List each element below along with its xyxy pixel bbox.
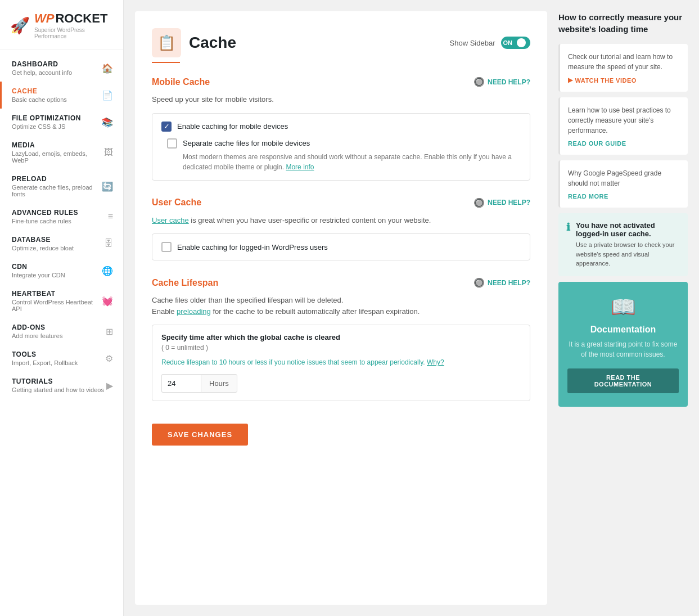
page-header: 📋 Cache Show Sidebar ON <box>152 28 530 57</box>
mobile-cache-option-card: ✓ Enable caching for mobile devices Sepa… <box>152 113 530 181</box>
right-sidebar: How to correctly measure your website's … <box>558 11 688 605</box>
nav-item-title-tools: TOOLS <box>12 350 78 358</box>
nav-item-sub-database: Optimize, reduce bloat <box>12 245 74 251</box>
sidebar-toggle[interactable]: ON <box>501 37 531 49</box>
lifespan-inputs: Hours <box>161 374 521 393</box>
sidebar-item-cdn[interactable]: CDN Integrate your CDN 🌐 <box>0 257 123 284</box>
read-more-link[interactable]: READ MORE <box>568 193 680 200</box>
page-header-left: 📋 Cache <box>152 28 236 57</box>
info-icon: ℹ <box>566 221 570 233</box>
play-icon: ▶ <box>568 77 573 84</box>
watch-video-label: WATCH THE VIDEO <box>575 77 637 84</box>
tip-text-1: Check our tutorial and learn how to meas… <box>568 52 680 72</box>
watch-video-link[interactable]: ▶ WATCH THE VIDEO <box>568 77 680 84</box>
user-cache-option-row: Enable caching for logged-in WordPress u… <box>161 242 521 252</box>
sidebar-item-dashboard[interactable]: DASHBOARD Get help, account info 🏠 <box>0 55 123 82</box>
sidebar-item-database[interactable]: DATABASE Optimize, reduce bloat 🗄 <box>0 230 123 257</box>
nav-item-title-dashboard: DASHBOARD <box>12 60 72 68</box>
sidebar-item-heartbeat[interactable]: HEARTBEAT Control WordPress Heartbeat AP… <box>0 284 123 318</box>
nav-item-sub-add-ons: Add more features <box>12 332 63 339</box>
sidebar-item-advanced-rules[interactable]: ADVANCED RULES Fine-tune cache rules ≡ <box>0 203 123 230</box>
show-sidebar-label: Show Sidebar <box>450 39 495 47</box>
nav-item-icon-file-optimization: 📚 <box>102 117 113 128</box>
preloading-link[interactable]: preloading <box>177 307 211 316</box>
nav-item-title-cache: CACHE <box>12 87 67 95</box>
read-documentation-button[interactable]: READ THE DOCUMENTATION <box>567 368 679 393</box>
info-card-content: You have not activated logged-in user ca… <box>576 221 680 268</box>
sidebar-item-add-ons[interactable]: ADD-ONS Add more features ⊞ <box>0 318 123 345</box>
separate-cache-row: Separate cache files for mobile devices <box>167 138 521 149</box>
doc-card: 📖 Documentation It is a great starting p… <box>558 282 688 407</box>
cache-lifespan-help-label: NEED HELP? <box>488 279 530 287</box>
sidebar-item-tutorials[interactable]: TUTORIALS Getting started and how to vid… <box>0 372 123 399</box>
lifespan-reduce-note: Reduce lifespan to 10 hours or less if y… <box>161 357 521 367</box>
cache-lifespan-need-help[interactable]: 🔘 NEED HELP? <box>473 277 530 288</box>
nav-item-icon-database: 🗄 <box>104 239 113 249</box>
logo-subtitle: Superior WordPress Performance <box>34 27 113 39</box>
enable-mobile-cache-checkbox[interactable]: ✓ <box>161 122 172 132</box>
user-cache-option-card: Enable caching for logged-in WordPress u… <box>152 233 530 260</box>
mobile-cache-option-row: ✓ Enable caching for mobile devices <box>161 122 521 132</box>
tip-card-3: Why Google PageSpeed grade should not ma… <box>558 160 688 208</box>
nav-item-icon-advanced-rules: ≡ <box>108 212 113 222</box>
sidebar-item-tools[interactable]: TOOLS Import, Export, Rollback ⚙ <box>0 345 123 372</box>
nav-item-icon-tools: ⚙ <box>105 353 113 364</box>
toggle-on-label: ON <box>503 39 513 46</box>
info-card: ℹ You have not activated logged-in user … <box>558 213 688 276</box>
nav-item-title-preload: PRELOAD <box>12 175 102 183</box>
nav-item-sub-preload: Generate cache files, preload fonts <box>12 184 102 197</box>
doc-text: It is a great starting point to fix some… <box>567 339 679 359</box>
nav-item-title-tutorials: TUTORIALS <box>12 377 104 385</box>
rocket-icon: 🚀 <box>10 16 30 35</box>
read-more-label: READ MORE <box>568 193 608 200</box>
lifespan-card-header: Specify time after which the global cach… <box>161 333 521 341</box>
nav-item-icon-media: 🖼 <box>104 147 113 158</box>
why-link[interactable]: Why? <box>427 358 444 366</box>
nav-item-sub-tools: Import, Export, Rollback <box>12 359 78 366</box>
nav-item-icon-cdn: 🌐 <box>102 266 113 276</box>
sidebar-item-cache[interactable]: CACHE Basic cache options 📄 <box>0 82 123 109</box>
user-cache-help-label: NEED HELP? <box>488 199 530 206</box>
main-wrapper: 📋 Cache Show Sidebar ON Mobile Cache 🔘 N… <box>124 0 699 616</box>
mobile-cache-need-help[interactable]: 🔘 NEED HELP? <box>473 77 530 87</box>
nav-item-title-database: DATABASE <box>12 236 74 244</box>
user-cache-desc: User cache is great when you have user-s… <box>152 215 530 226</box>
help-icon-2: 🔘 <box>473 197 485 208</box>
save-changes-button[interactable]: SAVE CHANGES <box>152 424 248 446</box>
sidebar-nav: DASHBOARD Get help, account info 🏠 CACHE… <box>0 50 123 403</box>
cache-lifespan-section: Cache Lifespan 🔘 NEED HELP? Cache files … <box>152 277 530 401</box>
more-info-link[interactable]: More info <box>286 163 314 171</box>
sidebar-item-media[interactable]: MEDIA LazyLoad, emojis, embeds, WebP 🖼 <box>0 136 123 169</box>
cache-lifespan-desc: Cache files older than the specified lif… <box>152 295 530 317</box>
nav-item-title-media: MEDIA <box>12 141 104 149</box>
separate-cache-checkbox[interactable] <box>167 138 177 149</box>
lifespan-number-input[interactable] <box>161 374 201 393</box>
info-title: You have not activated logged-in user ca… <box>576 221 680 238</box>
header-right: Show Sidebar ON <box>450 37 530 49</box>
nav-item-sub-file-optimization: Optimize CSS & JS <box>12 123 81 130</box>
enable-user-cache-checkbox[interactable] <box>161 242 172 252</box>
sidebar-item-preload[interactable]: PRELOAD Generate cache files, preload fo… <box>0 169 123 203</box>
content-area: 📋 Cache Show Sidebar ON Mobile Cache 🔘 N… <box>135 11 547 605</box>
separate-cache-nested: Separate cache files for mobile devices … <box>161 138 521 172</box>
nav-item-icon-add-ons: ⊞ <box>106 326 113 337</box>
user-cache-need-help[interactable]: 🔘 NEED HELP? <box>473 197 530 208</box>
lifespan-unit-label: Hours <box>201 374 237 393</box>
tip-card-2: Learn how to use best practices to corre… <box>558 97 688 155</box>
nav-item-title-add-ons: ADD-ONS <box>12 323 63 331</box>
user-cache-link[interactable]: User cache <box>152 216 189 224</box>
mobile-cache-header: Mobile Cache 🔘 NEED HELP? <box>152 77 530 87</box>
sidebar-item-file-optimization[interactable]: FILE OPTIMIZATION Optimize CSS & JS 📚 <box>0 109 123 136</box>
nav-item-title-advanced-rules: ADVANCED RULES <box>12 209 78 217</box>
logo-wp: WP <box>34 11 54 26</box>
nav-item-sub-media: LazyLoad, emojis, embeds, WebP <box>12 150 104 164</box>
lifespan-card-subheader: ( 0 = unlimited ) <box>161 344 521 352</box>
mobile-cache-section: Mobile Cache 🔘 NEED HELP? Speed up your … <box>152 77 530 181</box>
user-cache-section: User Cache 🔘 NEED HELP? User cache is gr… <box>152 197 530 261</box>
user-cache-header: User Cache 🔘 NEED HELP? <box>152 197 530 208</box>
mobile-cache-desc: Speed up your site for mobile visitors. <box>152 94 530 105</box>
nav-item-icon-preload: 🔄 <box>102 181 113 192</box>
read-guide-link[interactable]: READ OUR GUIDE <box>568 140 680 147</box>
nav-item-icon-tutorials: ▶ <box>106 380 113 391</box>
toggle-circle <box>517 38 526 47</box>
